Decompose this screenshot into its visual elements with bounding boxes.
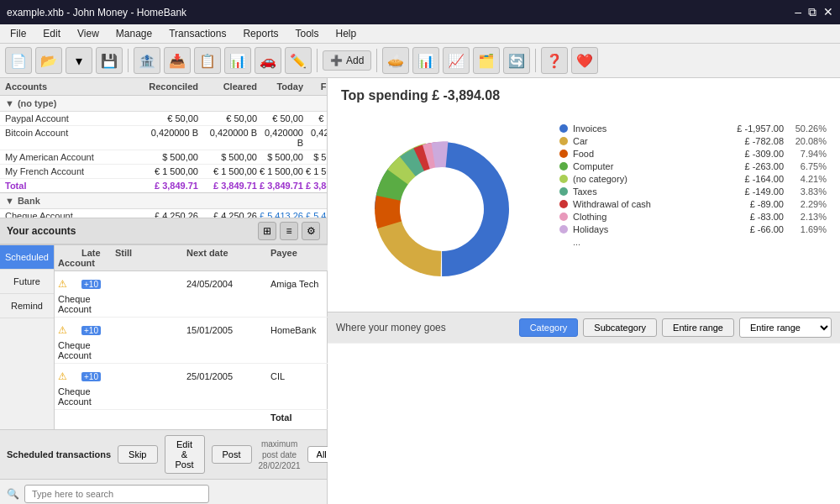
legend-item-clothing: Clothing £ -83.00 2.13% <box>559 212 827 222</box>
legend-amount: £ -1,957.00 <box>717 123 784 134</box>
legend-dot <box>559 200 568 208</box>
badge-plus: +10 <box>81 372 101 381</box>
group-expand-icon[interactable]: ▼ <box>5 196 14 206</box>
account-val: Cheque Account <box>58 386 81 407</box>
menu-transactions[interactable]: Transactions <box>162 26 233 41</box>
post-button[interactable]: Post <box>212 445 252 464</box>
menu-help[interactable]: Help <box>329 26 364 41</box>
accounts-controls: ⊞ ≡ ⚙ <box>258 222 320 240</box>
scheduled-tabs: Scheduled Future Remind <box>0 245 55 429</box>
separator-4 <box>535 49 536 72</box>
tab-remind[interactable]: Remind <box>0 294 54 318</box>
empty2 <box>81 412 115 423</box>
col-future: Future <box>303 81 327 92</box>
legend-dot <box>559 213 568 221</box>
account-row-paypal[interactable]: Paypal Account € 50,00 € 50,00 € 50,00 €… <box>0 112 327 126</box>
col-warn <box>58 248 81 258</box>
menu-tools[interactable]: Tools <box>288 26 325 41</box>
titlebar-title: example.xhb - John Money - HomeBank <box>7 7 186 18</box>
backup-button[interactable]: 💾 <box>96 47 123 74</box>
scheduled-section: Scheduled Future Remind Late Still Next … <box>0 244 327 429</box>
reconciled-val: € 50,00 <box>139 113 198 123</box>
line-chart-button[interactable]: 📈 <box>443 47 470 74</box>
account-row-french[interactable]: My French Account € 1 500,00 € 1 500,00 … <box>0 165 327 179</box>
heart-button[interactable]: ❤️ <box>571 47 598 74</box>
account-row-bitcoin[interactable]: Bitcoin Account 0,420000 B 0,420000 B 0,… <box>0 126 327 150</box>
today-val: € 1 500,00 <box>257 166 303 176</box>
col-next-date: Next date <box>186 248 270 258</box>
menu-view[interactable]: View <box>71 26 106 41</box>
menu-edit[interactable]: Edit <box>36 26 67 41</box>
entire-range-btn[interactable]: Entire range <box>662 318 734 337</box>
maximize-button[interactable]: ⧉ <box>808 5 816 19</box>
titlebar-controls: – ⧉ ✕ <box>795 5 833 19</box>
legend-pct: 1.69% <box>789 224 827 234</box>
legend-amount: £ -89.00 <box>717 199 784 209</box>
empty1 <box>58 412 81 423</box>
close-button[interactable]: ✕ <box>823 5 833 19</box>
scheduled-transactions-label: Scheduled transactions <box>7 449 111 459</box>
add-button[interactable]: ➕ Add <box>323 50 371 71</box>
warn-icon: ⚠ <box>58 324 81 336</box>
tab-scheduled[interactable]: Scheduled <box>0 245 54 270</box>
col-account: Account <box>58 258 81 268</box>
badge-plus: +10 <box>81 280 101 289</box>
skip-button[interactable]: Skip <box>118 445 157 464</box>
help-button[interactable]: ❓ <box>541 47 568 74</box>
tab-future[interactable]: Future <box>0 270 54 294</box>
subcategory-view-btn[interactable]: Subcategory <box>583 318 657 337</box>
legend-name: Clothing <box>573 212 711 222</box>
total-label: Total <box>5 181 139 191</box>
separator-2 <box>317 49 318 72</box>
account-row-cheque[interactable]: Cheque Account £ 4,250.26 £ 4,250.26 £ 5… <box>0 209 327 218</box>
legend-item-computer: Computer £ -263.00 6.75% <box>559 161 827 171</box>
today-val: $ 500,00 <box>257 152 303 162</box>
cleared-val: $ 500,00 <box>198 152 257 162</box>
spending-area: Top spending £ -3,894.08 <box>328 78 840 312</box>
search-input[interactable] <box>24 485 209 503</box>
main-layout: Accounts Reconciled Cleared Today Future… <box>0 78 840 504</box>
badge: +10 <box>81 325 115 335</box>
badge-plus: +10 <box>81 326 101 335</box>
future-val: 0,420000 B <box>303 128 327 148</box>
archive-button[interactable]: 📋 <box>194 47 221 74</box>
filter-btn[interactable]: ⊞ <box>258 222 276 240</box>
save-button[interactable]: ▾ <box>66 47 92 74</box>
category-chart-button[interactable]: 🗂️ <box>473 47 500 74</box>
edit-button[interactable]: ✏️ <box>285 47 312 74</box>
bar-chart-button[interactable]: 📊 <box>412 47 439 74</box>
left-panel: Accounts Reconciled Cleared Today Future… <box>0 78 328 504</box>
legend-amount: £ -83.00 <box>717 212 784 222</box>
donut-svg <box>349 117 534 302</box>
legend-dot <box>559 150 568 158</box>
legend-amount: £ -149.00 <box>717 186 784 197</box>
account-val: Cheque Account <box>58 294 81 314</box>
legend-dot <box>559 187 568 196</box>
menu-manage[interactable]: Manage <box>109 26 159 41</box>
legend-amount: £ -782.08 <box>717 136 784 146</box>
legend-more: ... <box>559 237 827 247</box>
range-select[interactable]: Entire range <box>739 318 832 338</box>
add-label: Add <box>346 55 364 66</box>
menu-file[interactable]: File <box>3 26 33 41</box>
money-goes-label: Where your money goes <box>336 322 446 333</box>
import-button[interactable]: 📥 <box>164 47 191 74</box>
account-row-american[interactable]: My American Account $ 500,00 $ 500,00 $ … <box>0 150 327 165</box>
group-expand-icon[interactable]: ▼ <box>5 98 14 108</box>
legend-name: Withdrawal of cash <box>573 199 711 209</box>
sort-btn[interactable]: ≡ <box>280 222 298 240</box>
legend-name: Invoices <box>573 123 711 134</box>
menu-reports[interactable]: Reports <box>236 26 285 41</box>
car-button[interactable]: 🚗 <box>255 47 281 74</box>
new-button[interactable]: 📄 <box>5 47 32 74</box>
minimize-button[interactable]: – <box>795 5 801 19</box>
open-button[interactable]: 📂 <box>35 47 62 74</box>
pie-chart-button[interactable]: 🥧 <box>382 47 409 74</box>
edit-post-button[interactable]: Edit & Post <box>165 435 205 474</box>
overview-button[interactable]: 🔄 <box>503 47 530 74</box>
budget-button[interactable]: 📊 <box>224 47 251 74</box>
max-date-value: 28/02/2021 <box>259 460 301 471</box>
settings-btn[interactable]: ⚙ <box>302 222 320 240</box>
category-view-btn[interactable]: Category <box>519 318 579 337</box>
accounts-button[interactable]: 🏦 <box>134 47 160 74</box>
